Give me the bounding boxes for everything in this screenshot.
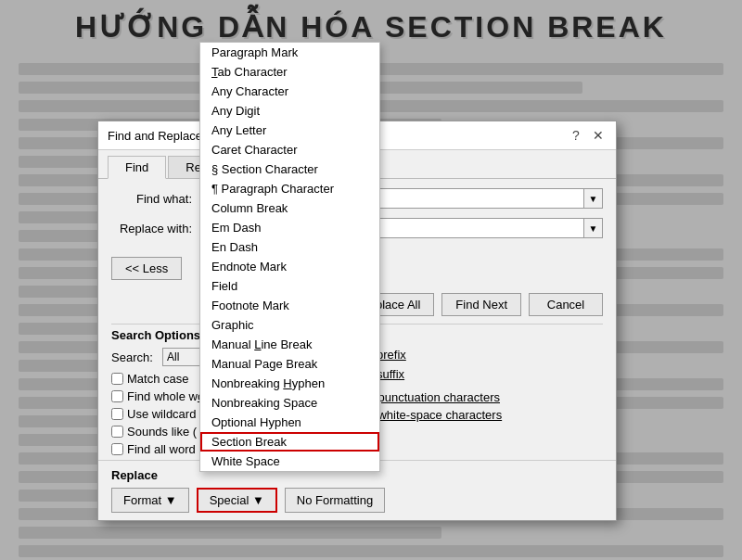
dropdown-item-en-dash[interactable]: En Dash <box>200 237 379 257</box>
dropdown-item-optional-hyphen[interactable]: Optional Hyphen <box>200 413 379 432</box>
dropdown-item-any-digit[interactable]: Any Digit <box>200 101 379 121</box>
cancel-button[interactable]: Cancel <box>529 293 603 316</box>
no-formatting-button[interactable]: No Formatting <box>285 488 385 513</box>
find-all-label: Find all word <box>127 442 196 456</box>
dialog-controls: ? ✕ <box>568 127 607 144</box>
document-title: HƯỚNG DẪN HÓA SECTION BREAK <box>75 9 667 45</box>
dropdown-item-manual-page-break[interactable]: Manual Page Break <box>200 354 379 374</box>
replace-dropdown-arrow[interactable]: ▼ <box>584 218 603 238</box>
dropdown-item-white-space[interactable]: White Space <box>200 452 379 471</box>
find-all-checkbox[interactable] <box>111 443 123 455</box>
match-case-checkbox[interactable] <box>111 373 123 385</box>
dropdown-item-graphic[interactable]: Graphic <box>200 315 379 335</box>
dropdown-item-column-break[interactable]: Column Break <box>200 198 379 218</box>
dropdown-item-paragraph-mark[interactable]: Paragraph Mark <box>200 43 379 62</box>
special-dropdown-menu: Paragraph Mark Tab Character Any Charact… <box>199 42 380 472</box>
dropdown-item-any-letter[interactable]: Any Letter <box>200 121 379 140</box>
dropdown-item-section-character[interactable]: § Section Character <box>200 159 379 179</box>
bg-line <box>19 545 723 557</box>
dialog-title: Find and Replace <box>108 129 202 143</box>
special-button[interactable]: Special ▼ <box>197 488 277 513</box>
dropdown-item-any-character[interactable]: Any Character <box>200 82 379 101</box>
find-label: Find what: <box>111 192 199 206</box>
dropdown-item-manual-line-break[interactable]: Manual Line Break <box>200 335 379 354</box>
dropdown-item-caret-character[interactable]: Caret Character <box>200 140 379 159</box>
dropdown-item-footnote-mark[interactable]: Footnote Mark <box>200 296 379 315</box>
dropdown-item-endnote-mark[interactable]: Endnote Mark <box>200 257 379 276</box>
dropdown-item-tab-character[interactable]: Tab Character <box>200 62 379 82</box>
dropdown-item-section-break[interactable]: Section Break <box>200 432 379 452</box>
tab-find[interactable]: Find <box>108 156 166 179</box>
use-wildcard-checkbox[interactable] <box>111 408 123 420</box>
close-button[interactable]: ✕ <box>590 127 607 144</box>
replace-label: Replace with: <box>111 222 199 235</box>
find-whole-checkbox[interactable] <box>111 390 123 402</box>
sounds-like-checkbox[interactable] <box>111 426 123 438</box>
dropdown-item-field[interactable]: Field <box>200 276 379 296</box>
dropdown-item-nonbreaking-space[interactable]: Nonbreaking Space <box>200 393 379 413</box>
use-wildcard-label: Use wildcard <box>127 407 196 421</box>
bg-line <box>19 527 441 539</box>
find-next-button[interactable]: Find Next <box>441 293 521 316</box>
dropdown-item-nonbreaking-hyphen[interactable]: Nonbreaking Hyphen <box>200 374 379 393</box>
sounds-like-label: Sounds like ( <box>127 425 197 439</box>
less-button[interactable]: << Less <box>111 257 182 280</box>
match-case-label: Match case <box>127 372 188 386</box>
dropdown-item-paragraph-character[interactable]: ¶ Paragraph Character <box>200 179 379 198</box>
help-button[interactable]: ? <box>568 127 584 144</box>
footer-buttons: Format ▼ Special ▼ No Formatting <box>111 488 603 513</box>
search-label: Search: <box>111 350 162 364</box>
format-button[interactable]: Format ▼ <box>111 488 189 513</box>
find-dropdown-arrow[interactable]: ▼ <box>584 188 603 209</box>
dropdown-item-em-dash[interactable]: Em Dash <box>200 218 379 237</box>
